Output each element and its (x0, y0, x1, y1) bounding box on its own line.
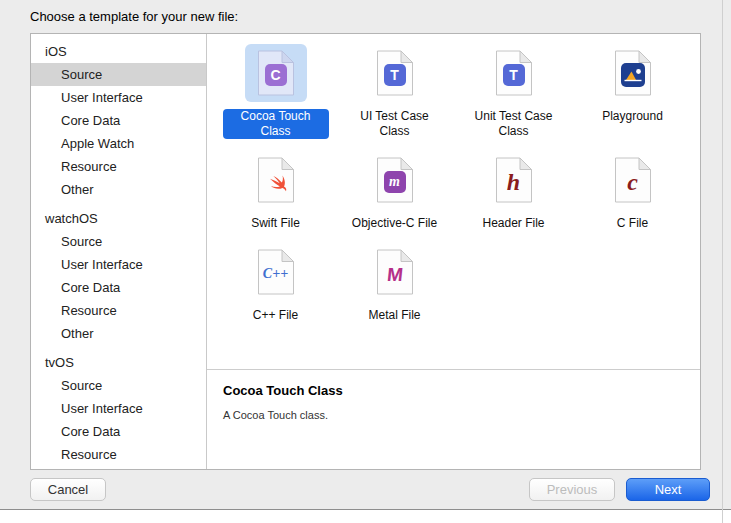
sidebar-item-ios-core-data[interactable]: Core Data (31, 109, 206, 132)
playground-badge-icon (621, 63, 645, 87)
cancel-button[interactable]: Cancel (30, 478, 106, 501)
template-label: Swift File (251, 216, 300, 231)
template-card-swift-file[interactable]: Swift File (216, 151, 335, 231)
sidebar-item-tvos-source[interactable]: Source (31, 374, 206, 397)
dialog-title: Choose a template for your new file: (30, 9, 238, 24)
sidebar-item-watchos-core-data[interactable]: Core Data (31, 276, 206, 299)
sidebar-item-watchos-source[interactable]: Source (31, 230, 206, 253)
background-window-scrollbar-line (722, 0, 723, 523)
cocoa-touch-class-file-icon: C (245, 44, 307, 102)
playground-file-icon (602, 44, 664, 102)
template-card-metal-file[interactable]: M Metal File (335, 243, 454, 323)
template-label: Header File (482, 216, 544, 231)
metal-m-glyph-icon: M (386, 265, 404, 284)
template-card-cocoa-touch-class[interactable]: C Cocoa Touch Class (216, 44, 335, 139)
c-file-icon: c (602, 151, 664, 209)
template-grid: C Cocoa Touch Class T UI Test Case (207, 34, 700, 369)
template-label: UI Test Case Class (348, 109, 442, 139)
cpp-glyph-icon: C++ (263, 267, 288, 281)
template-label: C++ File (253, 308, 298, 323)
sidebar-group-tvos: tvOS (31, 351, 206, 374)
test-badge-icon: T (384, 64, 406, 86)
cpp-file-icon: C++ (245, 243, 307, 301)
sidebar-item-watchos-resource[interactable]: Resource (31, 299, 206, 322)
next-button[interactable]: Next (626, 478, 710, 501)
template-label: Objective-C File (352, 216, 437, 231)
header-file-icon: h (483, 151, 545, 209)
template-category-sidebar: iOS Source User Interface Core Data Appl… (31, 34, 207, 469)
template-label: Playground (602, 109, 663, 124)
sidebar-item-tvos-core-data[interactable]: Core Data (31, 420, 206, 443)
template-card-objective-c-file[interactable]: m Objective-C File (335, 151, 454, 231)
template-card-ui-test-case-class[interactable]: T UI Test Case Class (335, 44, 454, 139)
sidebar-group-watchos: watchOS (31, 207, 206, 230)
ui-test-case-file-icon: T (364, 44, 426, 102)
template-main-area: C Cocoa Touch Class T UI Test Case (207, 34, 700, 469)
template-label: Cocoa Touch Class (223, 109, 329, 139)
header-h-glyph-icon: h (507, 170, 520, 194)
template-label: C File (617, 216, 648, 231)
template-description-panel: Cocoa Touch Class A Cocoa Touch class. (207, 369, 700, 469)
sidebar-item-watchos-other[interactable]: Other (31, 322, 206, 345)
template-card-c-file[interactable]: c C File (573, 151, 692, 231)
template-card-header-file[interactable]: h Header File (454, 151, 573, 231)
class-badge-icon: C (265, 64, 287, 86)
sidebar-item-ios-other[interactable]: Other (31, 178, 206, 201)
template-label: Unit Test Case Class (467, 109, 561, 139)
template-card-cpp-file[interactable]: C++ C++ File (216, 243, 335, 323)
previous-button[interactable]: Previous (529, 478, 615, 501)
sidebar-item-tvos-user-interface[interactable]: User Interface (31, 397, 206, 420)
sidebar-item-tvos-resource[interactable]: Resource (31, 443, 206, 466)
sidebar-group-ios: iOS (31, 40, 206, 63)
background-window-edge (0, 509, 731, 523)
description-title: Cocoa Touch Class (223, 383, 684, 398)
template-label: Metal File (368, 308, 420, 323)
unit-test-case-file-icon: T (483, 44, 545, 102)
description-text: A Cocoa Touch class. (223, 409, 684, 421)
template-card-playground[interactable]: Playground (573, 44, 692, 139)
swift-file-icon (245, 151, 307, 209)
sidebar-item-ios-source[interactable]: Source (31, 63, 206, 86)
objc-m-badge-icon: m (384, 171, 406, 193)
template-chooser-panel: iOS Source User Interface Core Data Appl… (30, 33, 701, 470)
template-card-unit-test-case-class[interactable]: T Unit Test Case Class (454, 44, 573, 139)
swift-bird-icon (263, 169, 289, 195)
c-glyph-icon: c (627, 170, 638, 194)
sidebar-item-ios-apple-watch[interactable]: Apple Watch (31, 132, 206, 155)
sidebar-item-ios-resource[interactable]: Resource (31, 155, 206, 178)
sidebar-item-watchos-user-interface[interactable]: User Interface (31, 253, 206, 276)
metal-file-icon: M (364, 243, 426, 301)
sidebar-item-ios-user-interface[interactable]: User Interface (31, 86, 206, 109)
objective-c-file-icon: m (364, 151, 426, 209)
test-badge-icon: T (503, 64, 525, 86)
